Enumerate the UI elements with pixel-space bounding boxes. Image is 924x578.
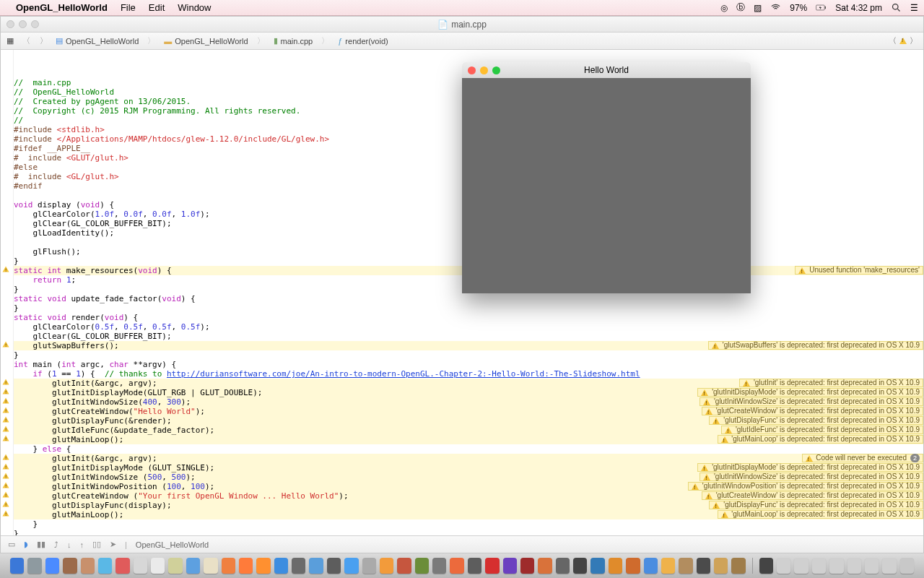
- dock-app[interactable]: [900, 558, 914, 574]
- dock-app[interactable]: [468, 558, 481, 574]
- related-items-icon[interactable]: ▦: [6, 36, 14, 46]
- location-icon[interactable]: ➤: [110, 540, 116, 549]
- code-line[interactable]: glutCreateWindow("Hello World"); 'glutCr…: [14, 407, 923, 416]
- spotlight-icon[interactable]: [891, 2, 902, 13]
- code-line[interactable]: glutCreateWindow ("Your first OpenGL Win…: [14, 491, 923, 501]
- dock-app[interactable]: [309, 558, 323, 574]
- dock-app[interactable]: [134, 558, 147, 574]
- warning-gutter-icon[interactable]: [2, 482, 9, 491]
- dock-app[interactable]: [256, 558, 270, 574]
- dock-app[interactable]: [759, 558, 773, 574]
- inline-diagnostic[interactable]: 'glutIdleFunc' is deprecated: first depr…: [721, 426, 923, 434]
- warning-gutter-icon[interactable]: [2, 379, 9, 388]
- warning-gutter-icon[interactable]: [2, 388, 9, 397]
- dock-app[interactable]: [714, 558, 728, 574]
- clock[interactable]: Sat 4:32 pm: [835, 3, 882, 13]
- dock-app[interactable]: [882, 558, 896, 574]
- next-issue-icon[interactable]: 〉: [910, 35, 918, 46]
- dock-app[interactable]: [151, 558, 165, 574]
- code-line[interactable]: }: [14, 529, 923, 535]
- code-line[interactable]: }: [14, 350, 923, 360]
- warning-gutter-icon[interactable]: [2, 463, 9, 473]
- step-over-icon[interactable]: ⤴: [54, 540, 58, 549]
- dock-app[interactable]: [573, 558, 587, 574]
- issue-indicator-icon[interactable]: [899, 37, 907, 46]
- warning-gutter-icon[interactable]: [2, 266, 9, 275]
- close-icon[interactable]: [6, 20, 14, 28]
- code-line[interactable]: if (1 == 1) { // thanks to http://durian…: [14, 369, 923, 379]
- inline-diagnostic[interactable]: Unused function 'make_resources': [795, 266, 923, 275]
- warning-gutter-icon[interactable]: [2, 473, 9, 482]
- window-titlebar[interactable]: 📄 main.cpp: [1, 17, 923, 33]
- breadcrumb-symbol[interactable]: ƒ render(void): [338, 37, 388, 46]
- dock-app[interactable]: [362, 558, 376, 574]
- code-line[interactable]: glutInitWindowSize (500, 500); 'glutInit…: [14, 473, 923, 482]
- code-line[interactable]: glutDisplayFunc(display); 'glutDisplayFu…: [14, 501, 923, 510]
- warning-gutter-icon[interactable]: [2, 407, 9, 416]
- window-traffic-lights[interactable]: [6, 20, 39, 28]
- code-line[interactable]: }: [14, 303, 923, 313]
- close-icon[interactable]: [468, 66, 476, 74]
- menu-window[interactable]: Window: [178, 2, 211, 13]
- dock-app[interactable]: [777, 558, 790, 574]
- inline-diagnostic[interactable]: 'glutInit' is deprecated: first deprecat…: [739, 379, 923, 387]
- inline-diagnostic[interactable]: 'glutCreateWindow' is deprecated: first …: [702, 491, 923, 500]
- code-line[interactable]: glClearColor(0.5f, 0.5f, 0.5f, 0.5f);: [14, 322, 923, 332]
- dock-app[interactable]: [794, 558, 808, 574]
- breadcrumb-file[interactable]: ▮ main.cpp: [274, 36, 313, 46]
- status-icon-3[interactable]: ▨: [754, 3, 762, 13]
- wifi-icon[interactable]: [770, 2, 781, 13]
- inline-diagnostic[interactable]: 'glutInitWindowSize' is deprecated: firs…: [699, 397, 923, 406]
- dock-app[interactable]: [626, 558, 640, 574]
- debug-target[interactable]: OpenGL_HelloWorld: [136, 540, 209, 549]
- warning-gutter-icon[interactable]: [2, 491, 9, 501]
- code-line[interactable]: glClear(GL_COLOR_BUFFER_BIT);: [14, 332, 923, 341]
- dock-app[interactable]: [865, 558, 879, 574]
- code-line[interactable]: glutInit(&argc, argv); Code will never b…: [14, 454, 923, 463]
- dock-app[interactable]: [98, 558, 112, 574]
- dock-app[interactable]: [847, 558, 861, 574]
- prev-issue-icon[interactable]: 〈: [889, 35, 897, 46]
- dock-app[interactable]: [520, 558, 534, 574]
- minimize-icon[interactable]: [480, 66, 488, 74]
- code-line[interactable]: glutIdleFunc(&update_fade_factor); 'glut…: [14, 426, 923, 435]
- dock-app[interactable]: [590, 558, 604, 574]
- dock-app[interactable]: [812, 558, 826, 574]
- dock-app[interactable]: [609, 558, 622, 574]
- zoom-icon[interactable]: [492, 66, 500, 74]
- dock-app[interactable]: [186, 558, 200, 574]
- dock-app[interactable]: [344, 558, 358, 574]
- warning-gutter-icon[interactable]: [2, 454, 9, 463]
- dock-app[interactable]: [63, 558, 77, 574]
- step-into-icon[interactable]: ↓: [67, 540, 71, 549]
- warning-gutter-icon[interactable]: [2, 426, 9, 435]
- inline-diagnostic[interactable]: 'glutInitDisplayMode' is deprecated: fir…: [697, 388, 923, 397]
- opengl-output-window[interactable]: Hello World: [462, 62, 751, 293]
- dock-app[interactable]: [503, 558, 517, 574]
- inline-diagnostic[interactable]: 'glutSwapBuffers' is deprecated: first d…: [708, 341, 923, 350]
- inline-diagnostic[interactable]: 'glutInitWindowPosition' is deprecated: …: [688, 482, 923, 491]
- inline-diagnostic[interactable]: Code will never be executed2: [802, 454, 923, 462]
- code-line[interactable]: }: [14, 519, 923, 529]
- warning-gutter-icon[interactable]: [2, 435, 9, 444]
- menu-list-icon[interactable]: ☰: [910, 3, 918, 13]
- app-name[interactable]: OpenGL_HelloWorld: [16, 2, 108, 13]
- step-out-icon[interactable]: ↑: [80, 540, 84, 549]
- dock-app[interactable]: [274, 558, 288, 574]
- dock-app[interactable]: [556, 558, 570, 574]
- warning-gutter-icon[interactable]: [2, 397, 9, 407]
- code-line[interactable]: int main (int argc, char **argv) {: [14, 360, 923, 369]
- dock-app[interactable]: [415, 558, 429, 574]
- dock-app[interactable]: [239, 558, 253, 574]
- code-line[interactable]: glutInitWindowSize(400, 300); 'glutInitW…: [14, 397, 923, 407]
- nav-forward-icon[interactable]: 〉: [38, 35, 48, 46]
- menu-file[interactable]: File: [121, 2, 136, 13]
- code-line[interactable]: static void update_fade_factor(void) {: [14, 294, 923, 303]
- dock-app[interactable]: [380, 558, 393, 574]
- dock-app[interactable]: [829, 558, 843, 574]
- code-line[interactable]: glutInit(&argc, argv); 'glutInit' is dep…: [14, 379, 923, 388]
- dock-app[interactable]: [538, 558, 552, 574]
- dock-app[interactable]: [432, 558, 446, 574]
- warning-gutter-icon[interactable]: [2, 501, 9, 510]
- status-icon-2[interactable]: ⓑ: [736, 1, 745, 14]
